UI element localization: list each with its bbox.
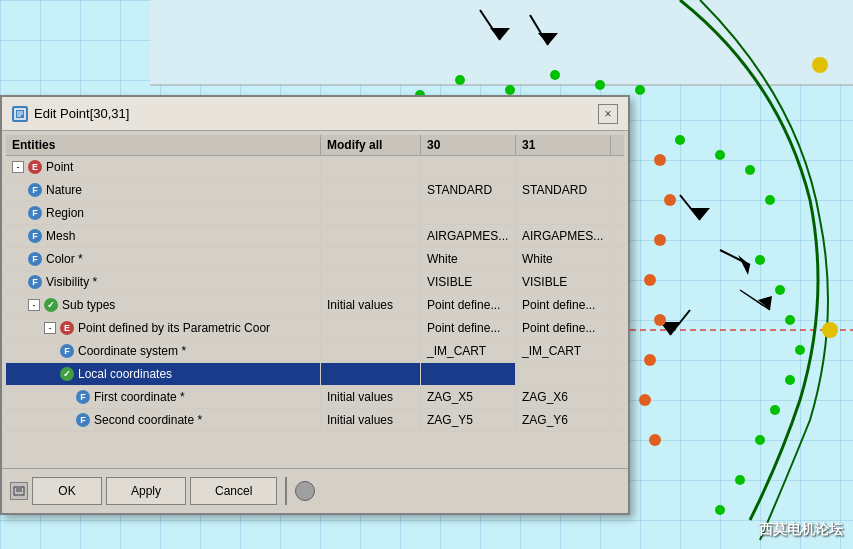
row-modifyall-cell: Initial values	[321, 386, 421, 408]
row-type-icon: F	[28, 229, 42, 243]
status-indicator	[295, 481, 315, 501]
row-type-icon: F	[28, 252, 42, 266]
apply-button[interactable]: Apply	[106, 477, 186, 505]
row-label-cell: FColor *	[6, 248, 321, 270]
row-modifyall-cell	[321, 340, 421, 362]
svg-point-20	[715, 150, 725, 160]
row-col31-cell: AIRGAPMES...	[516, 225, 611, 247]
row-col31-cell: Point define...	[516, 317, 611, 339]
row-col30-cell: ZAG_X5	[421, 386, 516, 408]
svg-point-31	[715, 505, 725, 515]
row-label-cell: FRegion	[6, 202, 321, 224]
branding-text: 西莫电机论坛	[759, 521, 843, 539]
cancel-button[interactable]: Cancel	[190, 477, 277, 505]
row-col30-cell: VISIBLE	[421, 271, 516, 293]
row-col31-cell: STANDARD	[516, 179, 611, 201]
small-icon	[10, 482, 28, 500]
svg-rect-0	[150, 0, 853, 85]
svg-point-26	[795, 345, 805, 355]
table-row[interactable]: FNatureSTANDARDSTANDARD	[6, 179, 624, 202]
table-row[interactable]: FColor *WhiteWhite	[6, 248, 624, 271]
row-col30-cell: Point define...	[421, 294, 516, 316]
row-modifyall-cell	[321, 202, 421, 224]
svg-point-36	[654, 314, 666, 326]
table-row[interactable]: FCoordinate system *_IM_CART_IM_CART	[6, 340, 624, 363]
row-label-cell: ✓Local coordinates	[6, 363, 321, 385]
row-col30-cell	[421, 156, 516, 178]
svg-point-41	[822, 322, 838, 338]
table-row[interactable]: FRegion	[6, 202, 624, 225]
svg-point-27	[785, 375, 795, 385]
table-row[interactable]: -✓Sub typesInitial valuesPoint define...…	[6, 294, 624, 317]
row-col30-cell: AIRGAPMES...	[421, 225, 516, 247]
svg-point-35	[644, 274, 656, 286]
row-label: Color *	[46, 252, 83, 266]
row-col31-cell	[516, 202, 611, 224]
svg-marker-10	[738, 255, 750, 275]
button-bar: OK Apply Cancel	[2, 468, 628, 513]
row-col31-cell: ZAG_X6	[516, 386, 611, 408]
svg-point-17	[595, 80, 605, 90]
svg-point-30	[735, 475, 745, 485]
svg-point-29	[755, 435, 765, 445]
row-label-cell: -EPoint	[6, 156, 321, 178]
col-31: 31	[516, 135, 611, 155]
row-col31-cell: ZAG_Y6	[516, 409, 611, 431]
table-row[interactable]: ✓Local coordinates	[6, 363, 624, 386]
row-label-cell: FNature	[6, 179, 321, 201]
table-row[interactable]: FVisibility *VISIBLEVISIBLE	[6, 271, 624, 294]
row-modifyall-cell	[321, 248, 421, 270]
svg-point-32	[654, 154, 666, 166]
row-type-icon: ✓	[44, 298, 58, 312]
close-button[interactable]: ×	[598, 104, 618, 124]
row-col31-cell	[516, 363, 611, 385]
svg-point-19	[675, 135, 685, 145]
row-label: Coordinate system *	[78, 344, 186, 358]
table-row[interactable]: -EPoint defined by its Parametric CoorPo…	[6, 317, 624, 340]
svg-point-14	[455, 75, 465, 85]
row-modifyall-cell	[321, 225, 421, 247]
dialog-icon	[12, 106, 28, 122]
ok-button[interactable]: OK	[32, 477, 102, 505]
row-label: Second coordinate *	[94, 413, 202, 427]
row-label: First coordinate *	[94, 390, 185, 404]
svg-point-34	[654, 234, 666, 246]
col-modifyall: Modify all	[321, 135, 421, 155]
expand-button[interactable]: -	[12, 161, 24, 173]
row-col31-cell: Point define...	[516, 294, 611, 316]
svg-point-40	[812, 57, 828, 73]
svg-point-25	[785, 315, 795, 325]
expand-button[interactable]: -	[44, 322, 56, 334]
svg-point-22	[765, 195, 775, 205]
row-modifyall-cell	[321, 363, 421, 385]
row-col30-cell: _IM_CART	[421, 340, 516, 362]
svg-point-39	[649, 434, 661, 446]
row-type-icon: E	[28, 160, 42, 174]
table-row[interactable]: FSecond coordinate *Initial valuesZAG_Y5…	[6, 409, 624, 432]
svg-point-37	[644, 354, 656, 366]
svg-point-23	[755, 255, 765, 265]
row-col30-cell: STANDARD	[421, 179, 516, 201]
row-col30-cell	[421, 202, 516, 224]
svg-point-33	[664, 194, 676, 206]
row-label: Mesh	[46, 229, 75, 243]
row-label-cell: FCoordinate system *	[6, 340, 321, 362]
table-row[interactable]: -EPoint	[6, 156, 624, 179]
table-row[interactable]: FMeshAIRGAPMES...AIRGAPMES...	[6, 225, 624, 248]
svg-point-24	[775, 285, 785, 295]
row-col30-cell: ZAG_Y5	[421, 409, 516, 431]
row-label-cell: -✓Sub types	[6, 294, 321, 316]
row-type-icon: ✓	[60, 367, 74, 381]
row-col30-cell: Point define...	[421, 317, 516, 339]
row-label: Local coordinates	[78, 367, 172, 381]
row-type-icon: F	[60, 344, 74, 358]
row-type-icon: E	[60, 321, 74, 335]
svg-point-21	[745, 165, 755, 175]
table-row[interactable]: FFirst coordinate *Initial valuesZAG_X5Z…	[6, 386, 624, 409]
expand-button[interactable]: -	[28, 299, 40, 311]
row-modifyall-cell	[321, 156, 421, 178]
row-col31-cell: VISIBLE	[516, 271, 611, 293]
row-type-icon: F	[28, 206, 42, 220]
row-col31-cell: _IM_CART	[516, 340, 611, 362]
row-modifyall-cell	[321, 271, 421, 293]
